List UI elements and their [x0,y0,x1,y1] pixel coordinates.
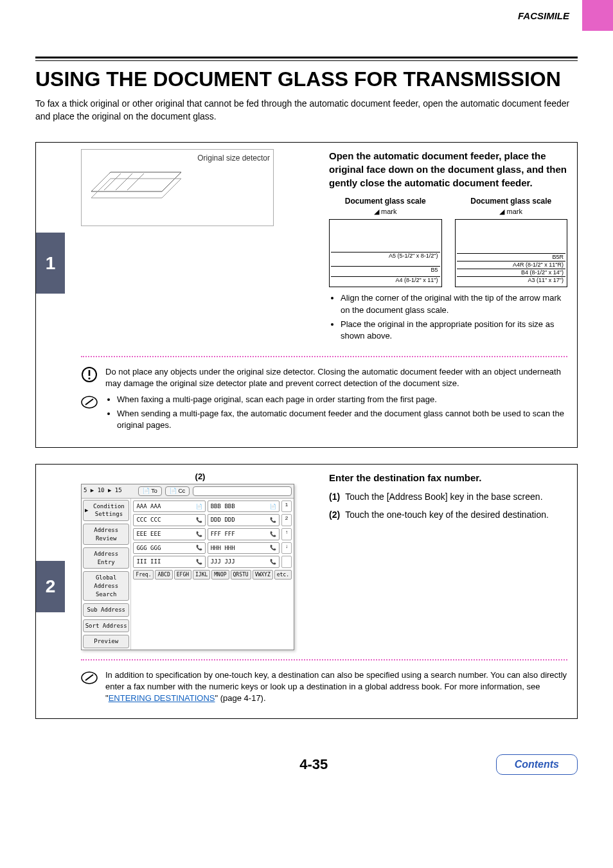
info-row: When faxing a multi-page original, scan … [81,394,567,434]
corner-accent [582,0,613,31]
onetouch-aaa[interactable]: AAA AAA📄 [133,500,205,513]
tab-vwxyz[interactable]: VWXYZ [253,570,273,580]
step-2-box: 2 (2) 5 ▶ 10 ▶ 15 📄 To 📄 Cc ▶ [35,464,578,718]
rule-top [35,57,578,61]
info-row-2: In addition to specification by one-touc… [81,669,567,705]
onetouch-ccc[interactable]: CCC CCC📞 [133,514,205,526]
onetouch-ddd[interactable]: DDD DDD📞 [208,514,280,526]
tab-ijkl[interactable]: IJKL [193,570,210,580]
svg-line-10 [85,399,93,405]
address-field[interactable] [193,486,292,496]
condition-settings-button[interactable]: ▶ Condition Settings [83,500,129,521]
footer: 4-35 Contents [0,748,613,794]
svg-line-12 [85,675,93,680]
alpha-tabs: Freq. ABCD EFGH IJKL MNOP QRSTU VWXYZ et… [133,570,292,580]
svg-rect-7 [89,370,91,376]
scroll-num-1: 1 [281,500,292,513]
top-bar: FACSIMILE [0,0,613,31]
callout-2: (2) [81,471,319,483]
scale-a: Document glass scale ◢ mark A5 (5-1/2" x… [329,196,442,287]
address-review-button[interactable]: Address Review [83,524,129,545]
pencil-icon [81,669,98,686]
cc-pill[interactable]: 📄 Cc [165,486,190,496]
scroll-up-button[interactable]: ↑ [281,528,292,540]
tab-etc[interactable]: etc. [274,570,292,580]
address-entry-button[interactable]: Address Entry [83,547,129,569]
page-body: USING THE DOCUMENT GLASS FOR TRANSMISSIO… [0,31,613,748]
sort-address-button[interactable]: Sort Address [83,619,129,633]
sub-address-button[interactable]: Sub Address [83,603,129,617]
page-number: 4-35 [132,756,496,773]
tab-freq[interactable]: Freq. [133,570,154,580]
svg-point-8 [88,378,90,380]
panel-main: AAA AAA📄 BBB BBB📄 1 CCC CCC📞 DDD DDD📞 2 [131,499,294,650]
step-1-number: 1 [36,233,65,294]
tab-abcd[interactable]: ABCD [155,570,172,580]
caution-row: Do not place any objects under the origi… [81,366,567,389]
tab-efgh[interactable]: EFGH [174,570,191,580]
step-2-number: 2 [36,561,65,612]
page-title: USING THE DOCUMENT GLASS FOR TRANSMISSIO… [35,67,578,91]
scroll-spacer [281,556,292,568]
onetouch-iii[interactable]: III III📞 [133,556,205,568]
tab-mnop[interactable]: MNOP [211,570,229,580]
onetouch-ggg[interactable]: GGG GGG📞 [133,542,205,554]
global-search-button[interactable]: Global Address Search [83,571,129,601]
caution-text: Do not place any objects under the origi… [105,366,567,389]
step-2-substeps: (1)Touch the [Address Book] key in the b… [329,491,567,521]
step-1-box: 1 Original size detector [35,142,578,448]
to-pill[interactable]: 📄 To [138,486,162,496]
scroll-num-2: 2 [281,514,292,526]
section-label: FACSIMILE [518,10,569,21]
dotted-separator-2 [81,659,567,660]
onetouch-hhh[interactable]: HHH HHH📞 [208,542,280,554]
panel-toolbar: 5 ▶ 10 ▶ 15 [84,486,135,496]
entering-destinations-link[interactable]: ENTERING DESTINATIONS [109,693,215,703]
glass-diagram: Original size detector [81,149,274,226]
diagram-label: Original size detector [197,153,270,164]
step-1-heading: Open the automatic document feeder, plac… [329,149,567,190]
onetouch-jjj[interactable]: JJJ JJJ📞 [208,556,280,568]
pencil-icon [81,394,98,411]
step1-bullets: Align the corner of the original with th… [329,292,567,342]
panel-sidebar: ▶ Condition Settings Address Review Addr… [82,499,131,650]
dotted-separator [81,356,567,357]
step1-notes: When faxing a multi-page original, scan … [105,394,567,434]
onetouch-fff[interactable]: FFF FFF📞 [208,528,280,540]
svg-marker-0 [91,172,181,191]
onetouch-eee[interactable]: EEE EEE📞 [133,528,205,540]
scanner-glass-svg [85,153,200,217]
address-book-panel: 5 ▶ 10 ▶ 15 📄 To 📄 Cc ▶ Condition Settin… [81,484,294,650]
scroll-down-button[interactable]: ↓ [281,542,292,554]
scale-diagrams: Document glass scale ◢ mark A5 (5-1/2" x… [329,196,567,287]
scale-b: Document glass scale ◢ mark B5R A4R (8-1… [455,196,568,287]
onetouch-bbb[interactable]: BBB BBB📄 [208,500,280,513]
preview-button[interactable]: Preview [83,635,129,648]
caution-icon [81,366,98,383]
step-2-note: In addition to specification by one-touc… [105,669,567,705]
intro-text: To fax a thick original or other origina… [35,98,578,123]
contents-button[interactable]: Contents [496,754,578,775]
step-2-heading: Enter the destination fax number. [329,471,567,484]
tab-qrstu[interactable]: QRSTU [231,570,251,580]
